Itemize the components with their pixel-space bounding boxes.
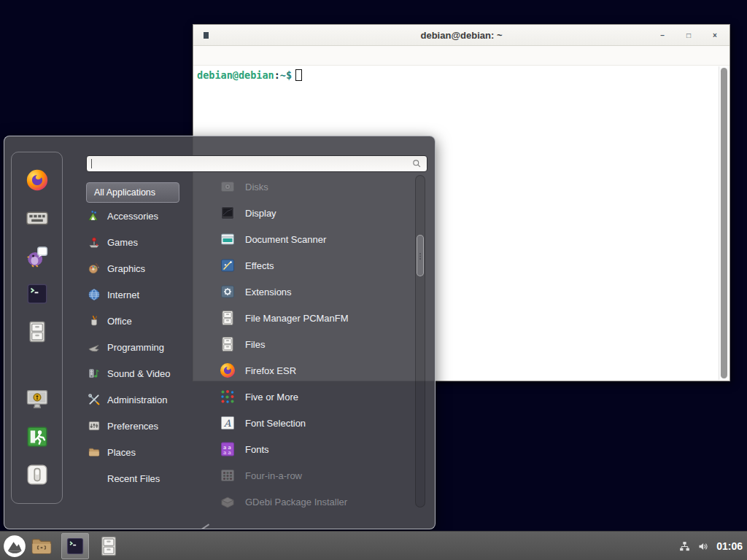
favorite-quit[interactable] [25, 462, 50, 487]
terminal-menubar [193, 46, 729, 66]
network-icon[interactable] [678, 540, 691, 553]
favorite-lock-screen[interactable] [25, 386, 50, 411]
app-gdebi-package-installer[interactable]: GDebi Package Installer [203, 489, 419, 515]
app-firefox-esr[interactable]: Firefox ESR [203, 357, 419, 384]
search-box[interactable] [86, 155, 427, 172]
prompt-colon: : [274, 69, 280, 81]
folder-icon [30, 534, 53, 558]
firefox-icon [219, 362, 236, 379]
programming-icon [88, 341, 101, 354]
blank-icon [88, 472, 101, 485]
graphics-icon [88, 262, 101, 275]
app-font-selection[interactable]: Font Selection [203, 410, 419, 436]
terminal-scrollbar[interactable] [719, 66, 729, 380]
firefox-icon [25, 168, 50, 192]
category-places[interactable]: Places [86, 439, 197, 465]
app-document-scanner[interactable]: Document Scanner [203, 226, 419, 252]
terminal-icon [25, 281, 50, 306]
menu-logo-icon [2, 534, 27, 559]
favorite-pidgin[interactable] [25, 244, 50, 268]
terminal-scrollbar-thumb[interactable] [721, 68, 727, 378]
terminal-icon [65, 536, 85, 556]
category-games[interactable]: Games [86, 229, 197, 255]
admin-icon [88, 393, 101, 406]
app-file-manager-pcmanfm[interactable]: File Manager PCManFM [203, 305, 419, 331]
app-display[interactable]: Display [203, 200, 419, 226]
files-task-button[interactable] [97, 534, 120, 558]
scanner-icon [219, 230, 236, 248]
favorite-firefox[interactable] [25, 168, 50, 192]
taskbar: 01:06 [0, 531, 747, 560]
app-extensions[interactable]: Extensions [203, 279, 419, 305]
favorite-terminal[interactable] [25, 281, 50, 306]
application-menu: debian All Appli [4, 136, 436, 529]
category-internet[interactable]: Internet [86, 281, 197, 308]
app-files[interactable]: Files [203, 331, 419, 357]
maximize-button[interactable]: □ [684, 31, 693, 39]
preferences-icon [88, 419, 101, 432]
category-accessories[interactable]: Accessories [86, 203, 197, 229]
terminal-task-button[interactable] [61, 533, 89, 559]
fonts-icon [219, 440, 236, 458]
all-applications-button[interactable]: All Applications [86, 182, 179, 203]
app-list-scrollbar[interactable] [415, 175, 425, 508]
minimize-button[interactable]: – [658, 31, 667, 39]
favorite-log-out[interactable] [25, 424, 50, 449]
cabinet-icon [25, 319, 50, 344]
app-four-in-a-row[interactable]: Four-in-a-row [203, 462, 419, 489]
menu-button[interactable] [2, 534, 27, 559]
terminal-titlebar[interactable]: debian@debian: ~ – □ × [193, 25, 729, 46]
internet-icon [88, 288, 101, 301]
category-recent-files[interactable]: Recent Files [86, 465, 197, 491]
category-administration[interactable]: Administration [86, 386, 197, 413]
office-icon [88, 314, 101, 327]
keyboard-icon [25, 206, 50, 230]
soundvideo-icon [88, 367, 101, 380]
cabinet-icon [219, 309, 236, 327]
desktop: { "desktop": { "watermark_text": "debian… [0, 0, 747, 560]
app-five-or-more[interactable]: Five or More [203, 384, 419, 410]
app-effects[interactable]: Effects [203, 252, 419, 279]
system-tray: 01:06 [678, 532, 743, 560]
volume-icon[interactable] [697, 540, 710, 553]
category-graphics[interactable]: Graphics [86, 255, 197, 281]
terminal-prompt: debian@debian:~$ [197, 69, 302, 81]
category-office[interactable]: Office [86, 308, 197, 334]
category-list: All Applications Accessories Games Graph… [86, 182, 197, 491]
app-list-scrollbar-thumb[interactable] [417, 235, 424, 276]
effects-icon [219, 257, 236, 274]
category-preferences[interactable]: Preferences [86, 413, 197, 439]
logout-icon [25, 424, 50, 449]
extensions-icon [219, 283, 236, 300]
app-disks[interactable]: Disks [203, 174, 419, 200]
cabinet-icon [219, 335, 236, 353]
favorites-panel [11, 152, 63, 504]
file-manager-launcher[interactable] [30, 534, 53, 558]
app-fonts[interactable]: Fonts [203, 436, 419, 462]
search-input[interactable] [92, 159, 411, 169]
accessories-icon [88, 209, 101, 222]
search-icon [411, 158, 422, 169]
application-list: Disks Display Document Scanner Effects E… [203, 174, 419, 515]
disks-icon [219, 178, 236, 195]
prompt-dollar: $ [286, 69, 292, 81]
category-programming[interactable]: Programming [86, 334, 197, 360]
pidgin-icon [25, 244, 50, 268]
cursor-trail-line [164, 524, 209, 529]
power-icon [25, 462, 50, 487]
terminal-title: debian@debian: ~ [193, 30, 729, 41]
fivemore-icon [219, 388, 236, 405]
places-icon [88, 446, 101, 459]
gdebi-icon [219, 493, 236, 510]
lockscreen-icon [25, 386, 50, 411]
category-sound-video[interactable]: Sound & Video [86, 360, 197, 386]
display-icon [219, 204, 236, 222]
fourrow-icon [219, 467, 236, 484]
favorite-keyboard[interactable] [25, 206, 50, 230]
favorite-files[interactable] [25, 319, 50, 344]
prompt-user-host: debian@debian [197, 69, 274, 81]
clock[interactable]: 01:06 [716, 540, 743, 552]
prompt-path: ~ [280, 69, 286, 81]
close-button[interactable]: × [711, 31, 719, 39]
file-cabinet-icon [97, 534, 120, 558]
